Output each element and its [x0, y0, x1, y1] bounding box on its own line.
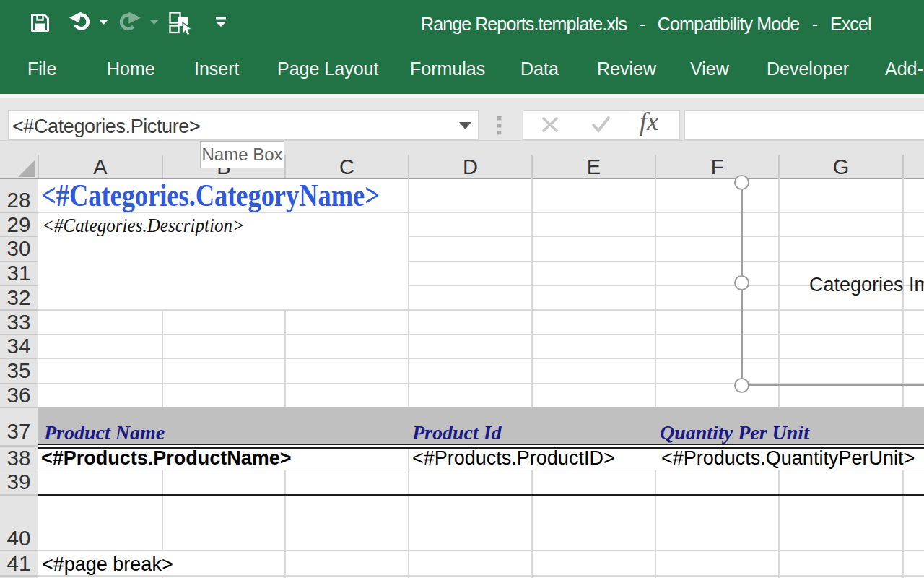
svg-text:fx: fx [640, 107, 658, 136]
